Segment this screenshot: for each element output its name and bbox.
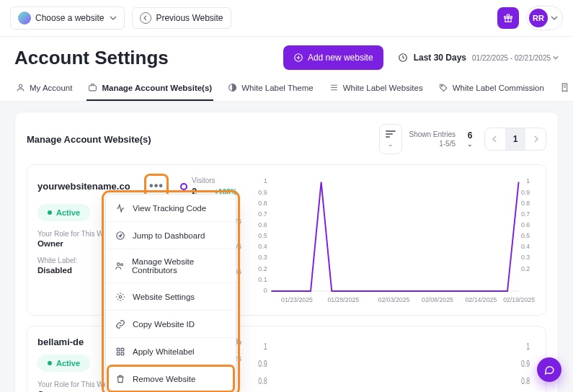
- entries-info: Shown Entries 1-5/5: [409, 130, 456, 148]
- websites-panel: Manage Account Website(s) ⌄ Shown Entrie…: [14, 112, 559, 392]
- svg-text:01/23/2025: 01/23/2025: [281, 296, 313, 303]
- svg-text:0.7: 0.7: [521, 210, 530, 218]
- chevron-down-icon: ⌄: [467, 141, 473, 148]
- list-icon: [329, 83, 339, 92]
- svg-text:0.1: 0.1: [258, 276, 267, 283]
- grid-icon: [115, 346, 125, 357]
- page-prev[interactable]: [485, 128, 505, 150]
- user-icon: [16, 83, 25, 92]
- date-range-label: Last 30 Days: [414, 53, 466, 63]
- contrast-icon: [228, 83, 237, 92]
- more-horizontal-icon: •••: [149, 179, 164, 192]
- tab-white-label-theme[interactable]: White Label Theme: [226, 77, 315, 101]
- website-picker[interactable]: Choose a website: [10, 6, 125, 30]
- svg-text:0.9: 0.9: [521, 358, 530, 368]
- avatar: RR: [529, 9, 548, 27]
- svg-text:1: 1: [526, 341, 530, 351]
- tag-icon: [439, 83, 448, 92]
- tab-my-account[interactable]: My Account: [14, 77, 74, 101]
- visitors-chart: 1 0.9 0.8 0.7 0.6 0.5 0.4 1 0.9 0.8 0.7 …: [254, 337, 536, 392]
- arrow-left-circle-icon: [140, 12, 151, 24]
- menu-copy-id[interactable]: Copy Website ID: [106, 310, 236, 337]
- filter-button[interactable]: ⌄: [379, 124, 402, 154]
- settings-tabs: My Account Manage Account Website(s) Whi…: [0, 77, 573, 102]
- gear-icon: [115, 291, 125, 302]
- tab-white-label-commission[interactable]: White Label Commission: [437, 77, 546, 101]
- menu-view-tracking[interactable]: View Tracking Code: [106, 195, 236, 221]
- svg-text:0.8: 0.8: [258, 200, 267, 207]
- status-dot-icon: [48, 210, 52, 215]
- svg-text:0.6: 0.6: [258, 221, 267, 228]
- page-current[interactable]: 1: [505, 128, 525, 150]
- svg-text:02/03/2025: 02/03/2025: [378, 296, 410, 303]
- compass-icon: [115, 230, 125, 241]
- tab-white-label-websites[interactable]: White Label Websites: [328, 77, 425, 101]
- status-text: Active: [56, 208, 80, 217]
- menu-remove-website[interactable]: Remove Website: [106, 365, 236, 392]
- tab-wl-theme-label: White Label Theme: [241, 84, 314, 92]
- date-range-value: 01/22/2025 - 02/21/2025: [472, 54, 551, 62]
- svg-rect-14: [117, 352, 120, 355]
- svg-text:0.9: 0.9: [258, 358, 267, 368]
- user-menu[interactable]: RR: [526, 6, 563, 30]
- menu-website-settings-label: Website Settings: [133, 293, 195, 301]
- website-name: yourwebsitename.co: [37, 181, 130, 192]
- chat-support-button[interactable]: [537, 357, 561, 382]
- pagination: 1: [484, 128, 546, 151]
- menu-website-settings[interactable]: Website Settings: [106, 282, 236, 310]
- svg-text:1: 1: [526, 177, 530, 184]
- date-range-picker[interactable]: Last 30 Days 01/22/2025 - 02/21/2025: [398, 53, 559, 63]
- entries-label: Shown Entries: [409, 130, 456, 139]
- link-icon: [115, 318, 125, 329]
- page-title: Account Settings: [14, 47, 169, 69]
- chevron-down-icon: [110, 14, 117, 22]
- svg-text:0.6: 0.6: [521, 221, 530, 228]
- menu-jump-dashboard[interactable]: Jump to Dashboard: [106, 221, 236, 249]
- website-name: bellami-de: [37, 337, 84, 347]
- svg-text:0.4: 0.4: [258, 243, 267, 250]
- menu-apply-whitelabel-label: Apply Whitelabel: [133, 347, 195, 356]
- svg-rect-12: [117, 348, 120, 351]
- add-website-label: Add new website: [308, 53, 373, 63]
- series-marker-icon: [180, 183, 187, 190]
- gift-icon: [503, 13, 513, 23]
- tab-manage-websites[interactable]: Manage Account Website(s): [86, 77, 213, 101]
- menu-view-tracking-label: View Tracking Code: [133, 204, 206, 213]
- svg-rect-5: [89, 86, 97, 91]
- svg-point-7: [441, 86, 443, 87]
- add-website-button[interactable]: Add new website: [283, 45, 383, 70]
- chevron-down-icon: [553, 55, 559, 61]
- clock-icon: [398, 53, 408, 63]
- previous-website-button[interactable]: Previous Website: [132, 7, 231, 29]
- entries-range: 1-5/5: [409, 139, 456, 148]
- status-badge: Active: [37, 204, 90, 221]
- svg-text:01/28/2025: 01/28/2025: [327, 296, 359, 303]
- svg-text:0.9: 0.9: [258, 189, 267, 196]
- svg-text:0.9: 0.9: [521, 189, 530, 196]
- svg-text:1: 1: [264, 177, 267, 184]
- svg-point-9: [117, 263, 120, 266]
- website-picker-label: Choose a website: [35, 13, 104, 23]
- gift-button[interactable]: [497, 7, 519, 29]
- menu-contributors[interactable]: Manage Website Contributors: [106, 249, 236, 282]
- svg-point-11: [119, 295, 122, 298]
- svg-text:02/19/2025: 02/19/2025: [503, 296, 535, 303]
- svg-text:0: 0: [264, 287, 267, 294]
- svg-text:0.8: 0.8: [258, 375, 267, 386]
- tab-invoices[interactable]: Invoices: [559, 77, 573, 101]
- status-badge: Active: [37, 355, 90, 372]
- previous-website-label: Previous Website: [156, 13, 223, 23]
- svg-text:0.8: 0.8: [521, 375, 530, 386]
- svg-point-4: [19, 84, 22, 87]
- svg-text:1: 1: [264, 341, 267, 351]
- plus-circle-icon: [293, 53, 303, 63]
- menu-apply-whitelabel[interactable]: Apply Whitelabel: [106, 337, 236, 365]
- svg-text:0.3: 0.3: [258, 254, 267, 262]
- page-size-select[interactable]: 6 ⌄: [463, 130, 477, 148]
- page-next[interactable]: [525, 128, 546, 150]
- chevron-down-icon: [551, 14, 558, 22]
- svg-text:0.2: 0.2: [258, 265, 267, 272]
- page-size-value: 6: [468, 130, 473, 141]
- website-card: yourwebsitename.co ••• Active Your Role …: [27, 164, 546, 316]
- svg-point-10: [120, 264, 123, 266]
